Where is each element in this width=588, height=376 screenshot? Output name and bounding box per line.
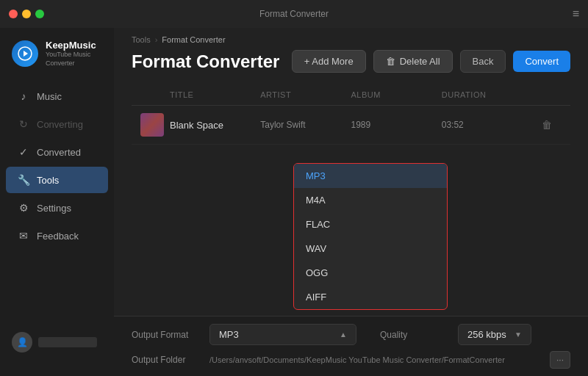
- col-album: ALBUM: [351, 90, 442, 99]
- output-format-row: Output Format MP3 ▲ Quality 256 kbps ▼: [132, 324, 570, 345]
- sidebar-label-feedback: Feedback: [37, 231, 79, 242]
- delete-all-button[interactable]: 🗑 Delete All: [373, 50, 453, 73]
- user-name-bar: [38, 337, 97, 347]
- back-button[interactable]: Back: [460, 50, 506, 73]
- folder-path: /Users/anvsoft/Documents/KeepMusic YouTu…: [209, 355, 538, 364]
- col-title: TITLE: [170, 90, 260, 99]
- logo-text: KeepMusic YouTube Music Converter: [46, 40, 102, 68]
- convert-button[interactable]: Convert: [513, 51, 570, 72]
- sidebar-label-settings: Settings: [37, 203, 71, 214]
- dropdown-option-ogg[interactable]: OGG: [294, 261, 447, 285]
- main-content: Tools › Format Converter Format Converte…: [114, 28, 588, 376]
- menu-icon[interactable]: ≡: [573, 7, 579, 21]
- song-thumbnail: [140, 113, 164, 137]
- header-actions: + Add More 🗑 Delete All Back Convert: [292, 50, 570, 73]
- breadcrumb: Tools › Format Converter: [114, 28, 588, 44]
- folder-label: Output Folder: [132, 355, 198, 365]
- converted-icon: ✓: [18, 146, 29, 158]
- col-action: [532, 90, 562, 99]
- dropdown-option-m4a[interactable]: M4A: [294, 188, 447, 212]
- output-format-value: MP3: [219, 329, 239, 340]
- avatar: 👤: [12, 332, 32, 352]
- close-button[interactable]: [9, 10, 18, 18]
- breadcrumb-current: Format Converter: [162, 35, 225, 44]
- sidebar-label-converted: Converted: [37, 147, 81, 158]
- sidebar-item-converting[interactable]: ↻ Converting: [6, 111, 108, 137]
- song-title: Blank Space: [170, 120, 260, 131]
- sidebar-item-settings[interactable]: ⚙ Settings: [6, 195, 108, 221]
- sidebar-item-music[interactable]: ♪ Music: [6, 83, 108, 109]
- app-name: KeepMusic: [46, 40, 102, 51]
- col-thumb: [140, 90, 170, 99]
- sidebar-item-feedback[interactable]: ✉ Feedback: [6, 223, 108, 249]
- app-body: KeepMusic YouTube Music Converter ♪ Musi…: [0, 28, 588, 376]
- sidebar-label-music: Music: [37, 91, 62, 102]
- sidebar-bottom: 👤: [0, 320, 114, 364]
- quality-label: Quality: [380, 330, 446, 340]
- app-subtitle: YouTube Music Converter: [46, 51, 102, 68]
- titlebar: Format Converter ≡: [0, 0, 588, 28]
- add-more-button[interactable]: + Add More: [292, 50, 366, 73]
- delete-all-label: Delete All: [400, 56, 440, 67]
- table-header: TITLE ARTIST ALBUM DURATION: [132, 84, 570, 106]
- dropdown-option-mp3[interactable]: MP3: [294, 164, 447, 188]
- sidebar-item-tools[interactable]: 🔧 Tools: [6, 167, 108, 193]
- page-title: Format Converter: [132, 51, 279, 72]
- output-folder-row: Output Folder /Users/anvsoft/Documents/K…: [132, 351, 570, 369]
- dropdown-option-aiff[interactable]: AIFF: [294, 285, 447, 309]
- song-artist: Taylor Swift: [260, 120, 351, 130]
- page-header: Format Converter + Add More 🗑 Delete All…: [114, 44, 588, 84]
- output-format-label: Output Format: [132, 330, 198, 340]
- maximize-button[interactable]: [35, 10, 44, 18]
- traffic-lights: [9, 10, 44, 18]
- format-dropdown[interactable]: MP3 M4A FLAC WAV OGG AIFF: [293, 163, 448, 310]
- sidebar-item-converted[interactable]: ✓ Converted: [6, 139, 108, 165]
- col-duration: DURATION: [442, 90, 532, 99]
- logo-icon: [12, 40, 38, 67]
- logo-area: KeepMusic YouTube Music Converter: [0, 40, 114, 82]
- minimize-button[interactable]: [22, 10, 31, 18]
- trash-icon: 🗑: [386, 56, 395, 67]
- bottom-bar: MP3 M4A FLAC WAV OGG AIFF Output Format …: [114, 316, 588, 376]
- col-artist: ARTIST: [260, 90, 351, 99]
- tools-icon: 🔧: [18, 174, 29, 186]
- titlebar-title: Format Converter: [259, 9, 329, 19]
- output-format-select[interactable]: MP3 ▲: [209, 324, 356, 345]
- sidebar-label-tools: Tools: [37, 175, 59, 186]
- chevron-down-icon: ▼: [514, 330, 522, 339]
- song-album: 1989: [351, 120, 442, 130]
- breadcrumb-parent: Tools: [132, 35, 151, 44]
- user-area[interactable]: 👤: [6, 326, 108, 358]
- breadcrumb-separator: ›: [155, 35, 158, 44]
- dropdown-option-flac[interactable]: FLAC: [294, 212, 447, 236]
- table-row: Blank Space Taylor Swift 1989 03:52 🗑: [132, 106, 570, 145]
- chevron-up-icon: ▲: [340, 330, 347, 339]
- svg-marker-1: [24, 51, 28, 57]
- quality-value: 256 kbps: [467, 329, 506, 340]
- dropdown-option-wav[interactable]: WAV: [294, 236, 447, 261]
- song-duration: 03:52: [442, 120, 532, 130]
- quality-select[interactable]: 256 kbps ▼: [458, 324, 531, 345]
- row-delete-button[interactable]: 🗑: [532, 119, 562, 131]
- music-icon: ♪: [18, 90, 29, 102]
- sidebar-label-converting: Converting: [37, 119, 83, 130]
- settings-icon: ⚙: [18, 202, 29, 214]
- folder-browse-button[interactable]: ···: [550, 351, 570, 369]
- feedback-icon: ✉: [18, 230, 29, 242]
- converting-icon: ↻: [18, 118, 29, 130]
- sidebar: KeepMusic YouTube Music Converter ♪ Musi…: [0, 28, 114, 376]
